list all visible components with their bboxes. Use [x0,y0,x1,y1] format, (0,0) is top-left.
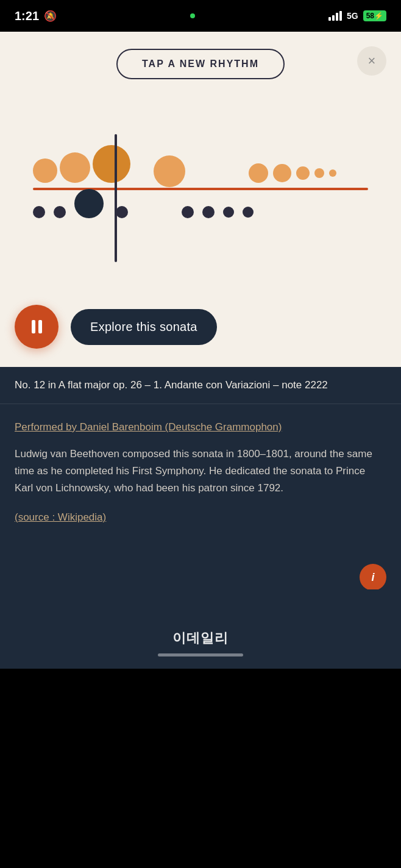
dark-circle-6 [202,206,215,218]
info-section: Performed by Daniel Barenboim (Deutsche … [0,404,401,589]
watermark-text: 이데일리 [172,629,229,647]
source-link[interactable]: (source : Wikipedia) [15,511,106,523]
active-signal-dot [190,13,195,18]
info-btn-spacer: i [15,524,386,572]
orange-circle-9 [329,169,336,177]
orange-circles-right [249,163,336,183]
orange-circle-2 [60,152,90,183]
performer-link[interactable]: Performed by Daniel Barenboim (Deutsche … [15,421,386,433]
bottom-section: No. 12 in A flat major op. 26 – 1. Andan… [0,367,401,669]
dark-circle-1 [33,206,45,218]
pause-button[interactable] [15,305,59,349]
dark-circle-7 [223,207,234,218]
orange-circle-6 [273,164,291,182]
status-right: 5G 58⚡ [328,10,386,21]
app-container: TAP A NEW RHYTHM × [0,32,401,669]
home-indicator [158,653,243,656]
info-icon: i [371,571,374,584]
dark-circle-2 [54,206,66,218]
pause-icon [32,320,42,333]
orange-circle-middle [154,155,185,187]
status-time: 1:21 [15,9,39,23]
info-icon-button[interactable]: i [360,564,386,591]
orange-circle-5 [249,163,268,183]
bottom-nav: 이데일리 [0,589,401,669]
dark-circle-main [74,189,104,218]
orange-circle-3 [93,145,130,183]
scrolling-title: No. 12 in A flat major op. 26 – 1. Andan… [0,367,401,404]
orange-circle-8 [314,168,324,178]
rhythm-visualization [15,98,386,280]
battery-badge: 58⚡ [363,10,386,21]
controls-row: Explore this sonata [0,293,401,367]
explore-sonata-button[interactable]: Explore this sonata [71,309,217,345]
mute-icon: 🔕 [44,10,57,23]
svg-rect-0 [328,17,331,21]
svg-rect-1 [332,15,335,21]
signal-bars-icon [328,11,342,21]
orange-circle-7 [296,166,310,180]
orange-circle-4 [154,155,185,187]
status-bar: 1:21 🔕 5G 58⚡ [0,0,401,32]
tap-rhythm-button[interactable]: TAP A NEW RHYTHM [116,49,285,79]
top-section: TAP A NEW RHYTHM × [0,32,401,280]
tap-button-row: TAP A NEW RHYTHM [15,49,386,79]
status-time-group: 1:21 🔕 [15,9,57,23]
sonata-description: Ludwig van Beethoven composed this sonat… [15,446,386,497]
dark-circle-5 [182,206,194,218]
network-type: 5G [347,11,358,21]
close-icon: × [368,53,376,69]
pause-bar-left [32,320,35,333]
orange-circle-1 [33,158,57,183]
dark-circles-row [33,197,254,227]
pause-bar-right [38,320,42,333]
dark-circle-4 [116,206,128,218]
close-button[interactable]: × [357,46,386,76]
dark-circle-8 [243,207,254,218]
svg-rect-2 [336,13,338,21]
svg-rect-3 [339,11,342,21]
